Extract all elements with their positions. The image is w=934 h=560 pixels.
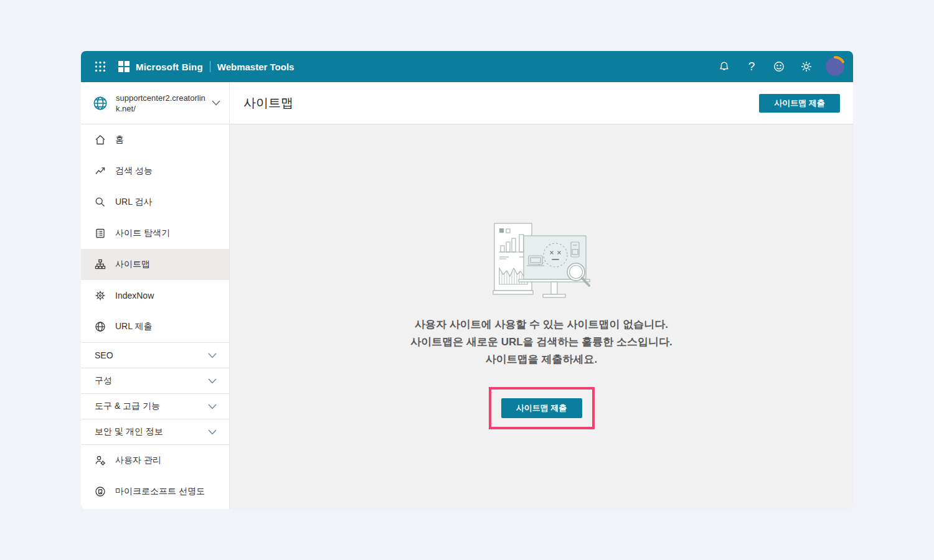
sidebar-item-home[interactable]: 홈 (81, 124, 229, 156)
search-icon (95, 197, 106, 208)
chevron-down-icon (208, 378, 217, 384)
section-label: 보안 및 개인 정보 (95, 426, 163, 437)
annotation-highlight-box: 사이트맵 제출 (489, 387, 595, 429)
section-label: 도구 & 고급 기능 (95, 401, 160, 412)
top-header: Microsoft Bing Webmaster Tools ? (81, 51, 853, 82)
trend-chart-icon (95, 166, 106, 177)
clarity-icon (95, 486, 106, 497)
brand-name[interactable]: Microsoft Bing (136, 62, 203, 72)
section-label: 구성 (95, 375, 112, 386)
settings-gear-icon[interactable] (796, 56, 817, 77)
main-content: 사이트맵 사이트맵 제출 (229, 82, 853, 509)
chevron-down-icon (212, 100, 220, 106)
feedback-smiley-icon[interactable] (768, 56, 790, 77)
page-title: 사이트맵 (243, 95, 293, 111)
sidebar-item-sitemaps[interactable]: 사이트맵 (81, 249, 229, 280)
page-titlebar: 사이트맵 사이트맵 제출 (230, 82, 853, 124)
chevron-down-icon (208, 353, 217, 358)
sidebar-item-label: 검색 성능 (115, 166, 153, 177)
site-explorer-icon (95, 228, 106, 239)
sidebar-item-site-explorer[interactable]: 사이트 탐색기 (81, 218, 229, 249)
notifications-bell-icon[interactable] (714, 56, 735, 77)
sidebar-item-microsoft-clarity[interactable]: 마이크로소프트 선명도 (81, 476, 229, 507)
user-settings-icon (95, 455, 106, 466)
sidebar-item-label: 사이트맵 (115, 259, 150, 270)
waffle-grid-icon (95, 61, 106, 72)
site-globe-icon (92, 95, 108, 111)
help-icon[interactable]: ? (741, 56, 762, 77)
sidebar-item-url-inspection[interactable]: URL 검사 (81, 187, 229, 218)
sidebar-item-label: 사이트 탐색기 (115, 228, 170, 239)
sidebar-item-label: IndexNow (115, 291, 154, 301)
sitemap-icon (95, 259, 106, 270)
empty-line-3: 사이트맵을 제출하세요. (410, 351, 672, 368)
sidebar-item-label: 사용자 관리 (115, 455, 161, 466)
site-url: supportcenter2.creatorlink.net/ (116, 93, 209, 114)
sidebar-section-seo[interactable]: SEO (81, 342, 229, 368)
chevron-down-icon (208, 429, 217, 435)
sidebar-section-security-privacy[interactable]: 보안 및 개인 정보 (81, 419, 229, 444)
brand-separator (210, 61, 210, 72)
sidebar: supportcenter2.creatorlink.net/ 홈 검색 성 (81, 82, 229, 509)
sidebar-item-search-performance[interactable]: 검색 성능 (81, 156, 229, 187)
sidebar-item-label: URL 검사 (115, 197, 152, 208)
chevron-down-icon (208, 404, 217, 409)
indexnow-gear-icon (95, 290, 106, 301)
empty-state-message: 사용자 사이트에 사용할 수 있는 사이트맵이 없습니다. 사이트맵은 새로운 … (410, 316, 672, 368)
empty-line-2: 사이트맵은 새로운 URL을 검색하는 훌륭한 소스입니다. (410, 334, 672, 351)
sidebar-item-label: 마이크로소프트 선명도 (115, 486, 205, 497)
microsoft-logo (118, 61, 130, 72)
sidebar-item-label: 홈 (115, 134, 124, 146)
user-avatar[interactable] (826, 57, 844, 76)
empty-line-1: 사용자 사이트에 사용할 수 있는 사이트맵이 없습니다. (410, 316, 672, 334)
site-selector[interactable]: supportcenter2.creatorlink.net/ (81, 82, 229, 124)
sidebar-item-user-management[interactable]: 사용자 관리 (81, 445, 229, 476)
sidebar-item-indexnow[interactable]: IndexNow (81, 280, 229, 311)
app-launcher-icon[interactable] (90, 56, 111, 77)
product-name[interactable]: Webmaster Tools (217, 62, 295, 72)
globe-icon (95, 321, 106, 332)
sidebar-section-configuration[interactable]: 구성 (81, 368, 229, 393)
section-label: SEO (95, 350, 113, 360)
no-sitemaps-illustration (485, 220, 598, 299)
empty-state: 사용자 사이트에 사용할 수 있는 사이트맵이 없습니다. 사이트맵은 새로운 … (230, 124, 853, 509)
webmaster-tools-window: Microsoft Bing Webmaster Tools ? (81, 51, 853, 509)
avatar-progress-arc (824, 55, 846, 78)
submit-sitemap-button-center[interactable]: 사이트맵 제출 (501, 398, 582, 418)
sidebar-item-url-submission[interactable]: URL 제출 (81, 311, 229, 342)
home-icon (95, 134, 106, 146)
submit-sitemap-button-top[interactable]: 사이트맵 제출 (759, 94, 840, 113)
sidebar-section-tools-advanced[interactable]: 도구 & 고급 기능 (81, 393, 229, 419)
sidebar-item-label: URL 제출 (115, 321, 152, 332)
